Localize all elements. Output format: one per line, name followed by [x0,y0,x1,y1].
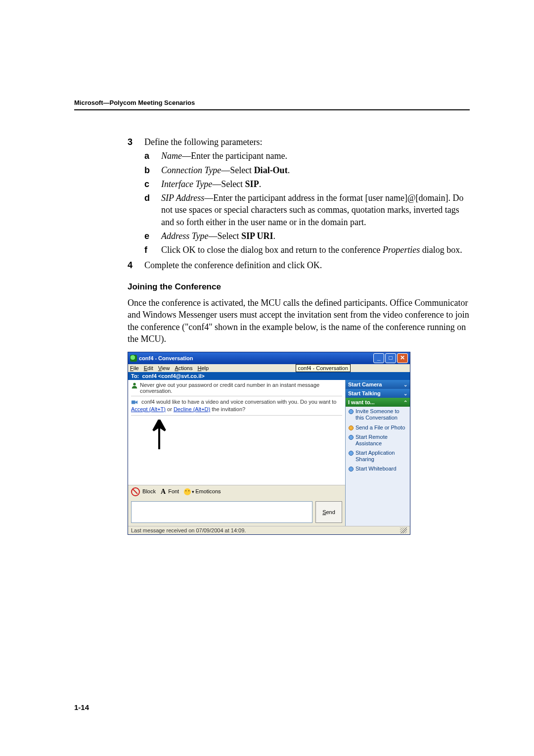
menu-edit[interactable]: Edit [144,365,153,371]
to-label: To: [131,373,139,379]
messenger-window: conf4 - Conversation _ □ ✕ File Edit Vie… [128,352,410,535]
sub-f-post: dialog box. [420,245,462,255]
step-3-text: Define the following parameters: [144,136,470,148]
sub-b-bold: Dial-Out [254,165,288,175]
actions-sidebar: Start Camera⌄ Start Talking⌄ I want to..… [346,380,410,526]
chevron-down-icon: ⌄ [403,382,407,387]
menu-help[interactable]: Help [197,365,209,371]
step-3-marker: 3 [128,136,144,148]
sub-b-text: Connection Type—Select Dial-Out. [161,164,470,176]
start-camera-header[interactable]: Start Camera⌄ [346,380,410,389]
start-talking-header[interactable]: Start Talking⌄ [346,389,410,398]
app-icon [130,355,137,362]
i-want-to-header[interactable]: I want to...⌃ [346,398,410,407]
section-para: Once the conference is activated, the MC… [128,297,470,345]
sub-b-label: Connection Type [161,165,221,175]
sub-d-rest: —Enter the participant address in the fo… [161,193,464,227]
sub-c-tail: . [259,179,262,189]
step-4-marker: 4 [128,259,144,271]
conversation-pane: Never give out your password or credit c… [128,380,346,526]
section-title: Joining the Conference [128,282,470,292]
maximize-button[interactable]: □ [385,353,396,363]
invite-line: conf4 would like to have a video and voi… [128,398,345,413]
sub-a-marker: a [144,150,161,162]
sub-a-rest: —Enter the participant name. [182,151,287,161]
tooltip: conf4 - Conversation [296,364,351,372]
svg-rect-1 [132,401,135,404]
page-header: Microsoft—Polycom Meeting Scenarios [74,99,470,110]
invite-post: the invitation? [210,406,245,412]
chevron-down-icon: ▾ [192,489,194,494]
sub-f-pre: Click OK to close the dialog box and ret… [161,245,383,255]
sub-e-marker: e [144,230,161,242]
to-bar: To: conf4 <conf4@svt.co.il> [128,372,410,380]
side-item-whiteboard[interactable]: Start Whiteboard [346,464,410,473]
message-input[interactable] [131,501,312,523]
sub-c-text: Interface Type—Select SIP. [161,178,470,190]
bullet-icon [349,451,354,456]
titlebar[interactable]: conf4 - Conversation _ □ ✕ [128,352,410,364]
sub-d-label: SIP Address [161,193,204,203]
side-item-invite[interactable]: Invite Someone to this Conversation [346,407,410,423]
chevron-up-icon: ⌃ [403,400,407,405]
sub-c-label: Interface Type [161,179,212,189]
sub-a-text: Name—Enter the participant name. [161,150,470,162]
side-item-remote[interactable]: Start Remote Assistance [346,432,410,448]
sub-b-rest: —Select [221,165,254,175]
accept-link[interactable]: Accept (Alt+T) [131,406,166,412]
sub-c-bold: SIP [245,179,259,189]
sub-b-tail: . [288,165,290,175]
status-text: Last message received on 07/09/2004 at 1… [131,527,246,533]
step-4-text: Complete the conference definition and c… [144,259,470,271]
bullet-icon [349,425,354,430]
chevron-down-icon: ⌄ [403,391,407,396]
side-item-appshare[interactable]: Start Application Sharing [346,448,410,464]
minimize-button[interactable]: _ [373,353,384,363]
bullet-icon [349,467,354,472]
menubar: File Edit View Actions Help conf4 - Conv… [128,364,410,372]
invite-or: or [166,406,174,412]
side-item-sendfile[interactable]: Send a File or Photo [346,423,410,432]
menu-view[interactable]: View [158,365,170,371]
menu-actions[interactable]: Actions [175,365,192,371]
sub-e-text: Address Type—Select SIP URI. [161,230,470,242]
camera-icon [131,399,138,406]
sub-e-tail: . [273,231,276,241]
sub-f-ital: Properties [383,245,420,255]
emoticons-button[interactable]: ▾Emoticons [184,488,221,495]
send-button[interactable]: Send [315,501,342,523]
smile-icon [184,488,191,495]
menu-file[interactable]: File [130,365,139,371]
block-button[interactable]: Block [131,487,156,496]
compose-toolbar: Block A Font ▾Emoticons [128,485,345,498]
annotation-arrow-icon [152,420,345,450]
to-value: conf4 <conf4@svt.co.il> [142,373,204,379]
font-button[interactable]: A Font [161,488,179,496]
resize-grip-icon[interactable] [400,527,407,533]
svg-point-0 [133,383,135,385]
sub-f-text: Click OK to close the dialog box and ret… [161,244,470,256]
sub-e-rest: —Select [208,231,241,241]
status-bar: Last message received on 07/09/2004 at 1… [128,526,410,534]
bullet-icon [349,409,354,414]
person-icon [131,382,138,389]
sub-d-marker: d [144,192,161,228]
block-icon [131,487,140,496]
warning-text: Never give out your password or credit c… [140,382,342,394]
close-button[interactable]: ✕ [397,353,408,363]
sub-d-text: SIP Address—Enter the participant addres… [161,192,470,228]
sub-a-label: Name [161,151,182,161]
invite-pre: conf4 would like to have a video and voi… [141,399,336,405]
sub-e-bold: SIP URI [241,231,273,241]
sub-b-marker: b [144,164,161,176]
bullet-icon [349,435,354,440]
sub-e-label: Address Type [161,231,208,241]
font-icon: A [161,488,166,496]
window-title: conf4 - Conversation [139,355,193,361]
warning-line: Never give out your password or credit c… [128,380,345,394]
sub-c-marker: c [144,178,161,190]
page-number: 1-14 [74,703,89,711]
decline-link[interactable]: Decline (Alt+D) [174,406,210,412]
sub-c-rest: —Select [212,179,245,189]
sub-f-marker: f [144,244,161,256]
